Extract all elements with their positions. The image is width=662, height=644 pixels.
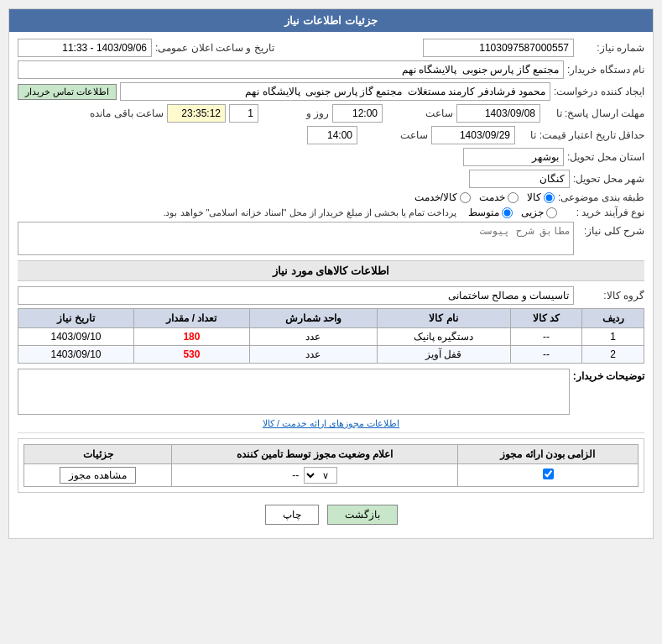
mohlat-ersal-saat-input[interactable] <box>332 104 383 123</box>
etelaat-kala-title: اطلاعات کالاهای مورد نیاز <box>18 260 644 281</box>
namdastgah-label: نام دستگاه خریدار: <box>567 64 644 76</box>
rooz-label: روز و <box>262 107 329 119</box>
mojaz-col-joz: جزئیات <box>24 445 172 464</box>
mojaz-joz-cell: مشاهده مجوز <box>24 464 172 487</box>
taarikh-pub-label: تاریخ و ساعت اعلان عمومی: <box>155 42 274 54</box>
tabaghe-row: طبقه بندی موضوعی: کالا خدمت کالا/خدمت <box>18 191 644 203</box>
table-cell-tedad: 530 <box>133 346 249 364</box>
radio-kala-khadamat-input[interactable] <box>460 192 471 203</box>
radio-jozi-input[interactable] <box>546 207 557 218</box>
mohlat-ersal-label: مهلت ارسال پاسخ: تا <box>544 107 644 119</box>
page-header: جزئیات اطلاعات نیاز <box>9 9 653 32</box>
mohlat-ersal-date-input[interactable] <box>456 104 540 123</box>
bottom-buttons: بازگشت چاپ <box>18 498 644 531</box>
col-radif: ردیف <box>582 309 644 328</box>
namdastgah-input[interactable] <box>18 60 564 79</box>
radio-kala-khadamat-label: کالا/خدمت <box>414 191 457 203</box>
radio-jozi[interactable]: جزیی <box>521 207 557 218</box>
table-cell-vahed: عدد <box>249 328 377 346</box>
saat-label2: ساعت <box>361 129 428 141</box>
mohlat-ersal-row: مهلت ارسال پاسخ: تا ساعت روز و ساعت باقی… <box>18 104 644 123</box>
col-tarikh: تاریخ نیاز <box>18 309 134 328</box>
kala-table: ردیف کد کالا نام کالا واحد شمارش تعداد /… <box>18 308 644 364</box>
table-cell-tarikhNiaz: 1403/09/10 <box>18 346 134 364</box>
saat-label1: ساعت <box>386 107 453 119</box>
table-cell-tedad: 180 <box>133 328 249 346</box>
col-vahed: واحد شمارش <box>249 309 377 328</box>
moshahede-mojaz-button[interactable]: مشاهده مجوز <box>60 467 135 484</box>
tabaghe-radio-group: کالا خدمت کالا/خدمت <box>414 191 555 203</box>
etelaat-tamas-button[interactable]: اطلاعات تماس خریدار <box>18 84 117 100</box>
mojaz-eelam-value: -- <box>292 469 299 481</box>
radio-motovaset-input[interactable] <box>502 207 513 218</box>
main-container: جزئیات اطلاعات نیاز شماره نیاز: تاریخ و … <box>8 8 654 539</box>
table-header-row: ردیف کد کالا نام کالا واحد شمارش تعداد /… <box>18 309 644 328</box>
col-nam: نام کالا <box>377 309 510 328</box>
table-cell-radif: 1 <box>582 328 644 346</box>
bazgasht-button[interactable]: بازگشت <box>327 505 398 525</box>
radio-motovaset-label: متوسط <box>468 207 499 218</box>
tozihat-row: توضیحات خریدار: <box>18 369 644 415</box>
table-cell-namKala: قفل آویز <box>377 346 510 364</box>
table-cell-radif: 2 <box>582 346 644 364</box>
radio-khadamat-label: خدمت <box>479 191 505 203</box>
col-kod: کد کالا <box>510 309 582 328</box>
radio-jozi-label: جزیی <box>521 207 544 218</box>
radio-motovaset[interactable]: متوسط <box>468 207 513 218</box>
mojaz-elzami-cell <box>458 464 639 487</box>
table-cell-namKala: دستگیره پانیک <box>377 328 510 346</box>
group-kala-label: گروه کالا: <box>577 290 644 301</box>
shomare-niaz-input[interactable] <box>423 39 574 57</box>
mojaz-col-eelam: اعلام وضعیت مجوز توسط تامین کننده <box>172 445 458 464</box>
sharh-kolli-label: شرح کلی نیاز: <box>577 225 644 237</box>
shomare-niaz-label: شماره نیاز: <box>577 42 644 54</box>
table-cell-vahed: عدد <box>249 346 377 364</box>
mojaz-header-row: الزامی بودن ارائه مجوز اعلام وضعیت مجوز … <box>24 445 639 464</box>
mojaz-table-wrap: الزامی بودن ارائه مجوز اعلام وضعیت مجوز … <box>18 438 644 493</box>
mojaz-link[interactable]: اطلاعات مجوزهای ارائه خدمت / کالا <box>18 418 644 429</box>
shomare-niaz-row: شماره نیاز: تاریخ و ساعت اعلان عمومی: <box>18 39 644 57</box>
group-kala-input[interactable] <box>18 286 574 305</box>
sharh-kolli-row: شرح کلی نیاز: مطابق شرح پیوست <box>18 222 644 255</box>
chap-button[interactable]: چاپ <box>265 505 319 525</box>
farayand-radio-group: جزیی متوسط <box>468 207 557 218</box>
noe-farayand-row: نوع فرآیند خرید : جزیی متوسط پرداخت تمام… <box>18 207 644 218</box>
radio-khadamat-input[interactable] <box>508 192 519 203</box>
radio-kala-label: کالا <box>527 191 541 203</box>
group-kala-row: گروه کالا: <box>18 286 644 305</box>
radio-kala-input[interactable] <box>544 192 555 203</box>
haadal-tarikh-row: حداقل تاریخ اعتبار قیمت: تا ساعت <box>18 126 644 144</box>
form-content: شماره نیاز: تاریخ و ساعت اعلان عمومی: نا… <box>9 32 653 538</box>
mohlat-ersal-baghi-input[interactable] <box>167 104 226 123</box>
shahr-label: شهر محل تحویل: <box>573 173 644 185</box>
haadal-tarikh-date-input[interactable] <box>431 126 515 144</box>
tozihat-label: توضیحات خریدار: <box>573 369 644 382</box>
radio-kala[interactable]: کالا <box>527 191 555 203</box>
tozihat-textarea[interactable] <box>18 369 570 415</box>
haadal-tarikh-saat-input[interactable] <box>307 126 357 144</box>
table-cell-kodKala: -- <box>510 346 582 364</box>
mohlat-ersal-rooz-input[interactable] <box>229 104 258 123</box>
farayand-note: پرداخت تمام یا بخشی از مبلغ خریدار از مح… <box>163 207 456 218</box>
mojaz-elzami-checkbox[interactable] <box>543 469 554 479</box>
sharh-kolli-textarea[interactable] <box>18 222 574 255</box>
ostan-row: استان محل تحویل: <box>18 148 644 166</box>
shahr-input[interactable] <box>469 170 570 188</box>
table-cell-tarikhNiaz: 1403/09/10 <box>18 328 134 346</box>
radio-kala-khadamat[interactable]: کالا/خدمت <box>414 191 471 203</box>
baghi-label: ساعت باقی مانده <box>90 107 164 119</box>
ijad-konande-label: ایجاد کننده درخواست: <box>554 86 644 97</box>
page-title: جزئیات اطلاعات نیاز <box>284 14 377 27</box>
radio-khadamat[interactable]: خدمت <box>479 191 519 203</box>
ostan-input[interactable] <box>463 148 564 166</box>
shahr-row: شهر محل تحویل: <box>18 170 644 188</box>
table-row: 1--دستگیره پانیکعدد1801403/09/10 <box>18 328 644 346</box>
tabaghe-label: طبقه بندی موضوعی: <box>558 191 644 203</box>
haadal-tarikh-label: حداقل تاریخ اعتبار قیمت: تا <box>519 129 644 141</box>
table-cell-kodKala: -- <box>510 328 582 346</box>
ijad-konande-input[interactable] <box>120 82 550 101</box>
mojaz-data-row: ∨ -- مشاهده مجوز <box>24 464 639 487</box>
mojaz-eelam-select[interactable]: ∨ <box>304 467 337 484</box>
col-tedad: تعداد / مقدار <box>133 309 249 328</box>
taarikh-pub-input[interactable] <box>18 39 152 57</box>
